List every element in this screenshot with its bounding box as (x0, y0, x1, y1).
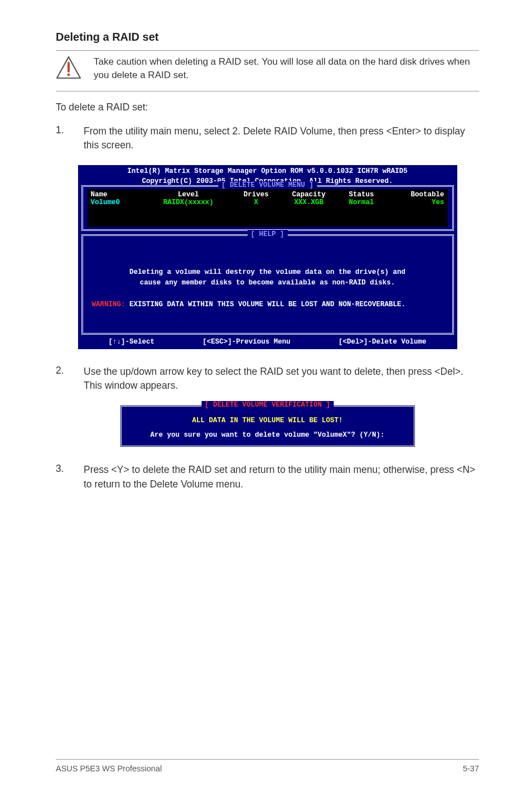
section-label: [ DELETE VOLUME MENU ] (218, 181, 317, 189)
bios-footer: [↑↓]-Select [<ESC>]-Previous Menu [<Del>… (78, 335, 457, 349)
cell-drives: X (234, 199, 279, 206)
volume-table: Name Level Drives Capacity Status Bootab… (91, 191, 444, 206)
cell-level: RAIDX(xxxxx) (143, 199, 234, 206)
step-number: 3. (56, 463, 66, 491)
divider (56, 50, 479, 51)
dialog-title: [ DELETE VOLUME VERIFICATION ] (201, 401, 333, 409)
cell-status: Normal (339, 199, 384, 206)
footer-left: ASUS P5E3 WS Professional (56, 764, 162, 773)
warning-text: EXISTING DATA WITHIN THIS VOLUME WILL BE… (125, 301, 406, 308)
help-box: [ HELP ] Deleting a volume will destroy … (81, 234, 454, 335)
dialog-box: [ DELETE VOLUME VERIFICATION ] ALL DATA … (120, 405, 415, 447)
dialog-warning: ALL DATA IN THE VOLUME WILL BE LOST! (129, 417, 406, 424)
section-label: [ HELP ] (247, 230, 287, 238)
page-footer: ASUS P5E3 WS Professional 5-37 (56, 759, 479, 773)
help-text: Deleting a volume will destroy the volum… (89, 267, 447, 289)
bios-screenshot: Intel(R) Matrix Storage Manager Option R… (78, 165, 457, 349)
col-bootable: Bootable (384, 191, 444, 199)
divider (56, 91, 479, 91)
step-text: From the utility main menu, select 2. De… (84, 124, 479, 153)
svg-point-2 (67, 74, 70, 76)
black-panel: Name Level Drives Capacity Status Bootab… (88, 189, 448, 227)
key-select: [↑↓]-Select (109, 338, 155, 346)
step-number: 1. (56, 124, 66, 153)
warning-label: WARNING: (92, 301, 125, 308)
step-2: 2. Use the up/down arrow key to select t… (56, 365, 479, 393)
help-line-2: cause any member disks to become availab… (89, 278, 447, 288)
bios-title-1: Intel(R) Matrix Storage Manager Option R… (78, 165, 457, 175)
col-drives: Drives (234, 191, 279, 199)
step-text: Press <Y> to delete the RAID set and ret… (84, 463, 479, 491)
delete-volume-menu-box: [ DELETE VOLUME MENU ] Name Level Drives… (81, 185, 454, 231)
intro-text: To delete a RAID set: (56, 100, 479, 114)
step-number: 2. (56, 365, 66, 393)
step-1: 1. From the utility main menu, select 2.… (56, 124, 479, 153)
key-delete: [<Del>]-Delete Volume (338, 338, 427, 346)
footer-page-number: 5-37 (463, 764, 479, 773)
cell-capacity: XXX.XGB (279, 199, 339, 206)
col-name: Name (91, 191, 143, 199)
col-level: Level (143, 191, 234, 199)
cell-name: Volume0 (91, 199, 143, 206)
table-header-row: Name Level Drives Capacity Status Bootab… (91, 191, 444, 199)
table-row[interactable]: Volume0 RAIDX(xxxxx) X XXX.XGB Normal Ye… (91, 199, 444, 206)
help-line-1: Deleting a volume will destroy the volum… (89, 267, 447, 278)
dialog-prompt: Are you sure you want to delete volume "… (129, 431, 406, 439)
caution-box: Take caution when deleting a RAID set. Y… (56, 55, 479, 86)
step-3: 3. Press <Y> to delete the RAID set and … (56, 463, 479, 491)
col-status: Status (339, 191, 384, 199)
key-previous: [<ESC>]-Previous Menu (202, 338, 291, 346)
page-title: Deleting a RAID set (56, 31, 479, 44)
warning-icon (56, 55, 81, 81)
cell-bootable: Yes (384, 199, 444, 206)
warning-line: WARNING: EXISTING DATA WITHIN THIS VOLUM… (89, 301, 447, 308)
delete-verification-dialog: [ DELETE VOLUME VERIFICATION ] ALL DATA … (120, 405, 415, 447)
col-capacity: Capacity (279, 191, 339, 199)
step-text: Use the up/down arrow key to select the … (84, 365, 479, 393)
caution-text: Take caution when deleting a RAID set. Y… (94, 55, 479, 82)
